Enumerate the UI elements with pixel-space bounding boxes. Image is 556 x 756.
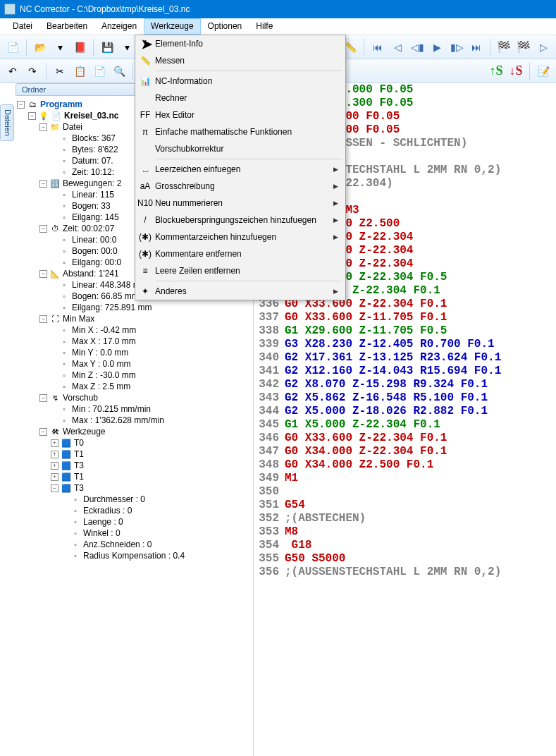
tree-vorschub[interactable]: Vorschub: [63, 392, 98, 403]
code-line[interactable]: 348G0 X34.000 Z2.500 F0.1: [254, 458, 556, 472]
code-line[interactable]: 355G50 S5000: [254, 552, 556, 566]
expand-icon[interactable]: −: [39, 394, 47, 402]
next-button[interactable]: ▮▷: [448, 39, 465, 56]
expand-icon[interactable]: −: [39, 315, 47, 323]
play-button[interactable]: ▶: [428, 39, 445, 56]
code-line[interactable]: 345G1 X5.000 Z-22.304 F0.1: [254, 418, 556, 432]
code-line[interactable]: 356;(AUSSENSTECHSTAHL L 2MM RN 0,2): [254, 566, 556, 579]
fast-forward-button[interactable]: ▷: [535, 39, 552, 56]
tree-root[interactable]: Programm: [40, 99, 82, 110]
menu-hilfe[interactable]: Hilfe: [249, 18, 280, 35]
prev-button[interactable]: ◁: [389, 39, 406, 56]
menu-item[interactable]: πEinfache mathematische Funktionen: [135, 123, 345, 140]
code-text: G2 X17.361 Z-13.125 R23.624 F0.1: [285, 351, 501, 365]
play-back-button[interactable]: ◁▮: [409, 39, 426, 56]
menu-item[interactable]: /Blockueberspringungszeichen hinzufuegen…: [135, 212, 345, 228]
menu-item[interactable]: aAGrosschreibung▶: [135, 178, 345, 195]
open-button[interactable]: 📂: [32, 39, 49, 56]
open-dropdown[interactable]: ▾: [51, 39, 68, 56]
dateien-tab[interactable]: Dateien: [0, 104, 14, 141]
menu-item[interactable]: Rechner: [135, 90, 345, 106]
first-button[interactable]: ⏮: [369, 39, 386, 56]
menu-werkzeuge[interactable]: Werkzeuge: [144, 18, 200, 35]
expand-icon[interactable]: −: [39, 180, 47, 188]
menu-item[interactable]: 📏Messen: [135, 52, 345, 69]
code-line[interactable]: 351G54: [254, 499, 556, 512]
code-line[interactable]: 339G3 X28.230 Z-12.405 R0.700 F0.1: [254, 338, 556, 351]
expand-icon[interactable]: −: [39, 123, 47, 131]
expand-icon[interactable]: −: [17, 101, 25, 109]
tree-item[interactable]: T1: [74, 471, 84, 482]
code-line[interactable]: 354 G18: [254, 539, 556, 552]
save-button[interactable]: 💾: [99, 39, 116, 56]
tree-bewegungen[interactable]: Bewegungen: 2: [63, 178, 121, 189]
code-line[interactable]: 340G2 X17.361 Z-13.125 R23.624 F0.1: [254, 351, 556, 365]
undo-button[interactable]: ↶: [4, 63, 21, 80]
expand-icon[interactable]: −: [28, 112, 36, 120]
cycle-start-red-icon[interactable]: ↓S: [507, 63, 524, 80]
list-icon[interactable]: 📝: [535, 63, 552, 80]
tree-minmax[interactable]: Min Max: [63, 313, 94, 324]
code-line[interactable]: 350: [254, 485, 556, 499]
find-button[interactable]: 🔍: [111, 63, 128, 80]
menu-item[interactable]: ✦Anderes▶: [135, 283, 345, 300]
dot-icon: ◦: [59, 370, 69, 380]
code-line[interactable]: 343G2 X5.862 Z-16.548 R5.100 F0.1: [254, 391, 556, 405]
code-line[interactable]: 337G0 X33.600 Z-11.705 F0.1: [254, 311, 556, 324]
expand-icon[interactable]: +: [51, 451, 58, 458]
flag-end-icon[interactable]: 🏁: [515, 39, 532, 56]
menu-item[interactable]: ⎵Leerzeichen einfuegen▶: [135, 161, 345, 178]
save-dropdown[interactable]: ▾: [118, 39, 135, 56]
code-line[interactable]: 342G2 X8.070 Z-15.298 R9.324 F0.1: [254, 378, 556, 391]
redo-button[interactable]: ↷: [24, 63, 41, 80]
code-line[interactable]: 347G0 X34.000 Z-22.304 F0.1: [254, 445, 556, 458]
copy-button[interactable]: 📋: [71, 63, 88, 80]
tree-werkzeuge[interactable]: Werkzeuge: [63, 426, 105, 437]
last-button[interactable]: ⏭: [468, 39, 485, 56]
code-text: ;(ABSTECHEN): [285, 512, 366, 525]
cycle-start-green-icon[interactable]: ↑S: [488, 63, 505, 80]
tree-item[interactable]: T1: [74, 449, 84, 460]
code-line[interactable]: 341G2 X12.160 Z-14.043 R15.694 F0.1: [254, 365, 556, 378]
tree-item: Max X : 17.0 mm: [72, 336, 136, 347]
tree-file[interactable]: Kreisel_03.nc: [64, 110, 118, 121]
expand-icon[interactable]: −: [39, 225, 47, 233]
flag-start-icon[interactable]: 🏁: [495, 39, 512, 56]
close-button[interactable]: 📕: [71, 39, 88, 56]
code-line[interactable]: 346G0 X33.600 Z-22.304 F0.1: [254, 432, 556, 445]
code-line[interactable]: 352;(ABSTECHEN): [254, 512, 556, 525]
expand-icon[interactable]: +: [51, 462, 58, 470]
menu-anzeigen[interactable]: Anzeigen: [94, 18, 144, 35]
tree-item[interactable]: T0: [74, 437, 84, 449]
menu-bearbeiten[interactable]: Bearbeiten: [39, 18, 94, 35]
menu-optionen[interactable]: Optionen: [201, 18, 249, 35]
menu-item[interactable]: ≡Leere Zeilen entfernen: [135, 262, 345, 279]
menu-item[interactable]: FFHex Editor: [135, 106, 345, 123]
menu-item[interactable]: (✱)Kommentarzeichen hinzufuegen▶: [135, 228, 345, 245]
tree-item[interactable]: T3: [74, 482, 84, 494]
expand-icon[interactable]: +: [51, 473, 58, 481]
paste-button[interactable]: 📄: [91, 63, 108, 80]
menu-item[interactable]: ℹElement-Info: [135, 35, 345, 52]
expand-icon[interactable]: −: [39, 270, 47, 278]
code-line[interactable]: 338G1 X29.600 Z-11.705 F0.5: [254, 324, 556, 338]
code-line[interactable]: 344G2 X5.000 Z-18.026 R2.882 F0.1: [254, 405, 556, 418]
cut-button[interactable]: ✂: [51, 63, 68, 80]
menu-item[interactable]: N10Neu nummerieren▶: [135, 195, 345, 212]
expand-icon[interactable]: −: [39, 428, 47, 436]
tree-abstand[interactable]: Abstand: 1'241: [63, 268, 119, 279]
menu-item[interactable]: (✱)Kommentare entfernen: [135, 245, 345, 262]
menu-item[interactable]: 📊NC-Information: [135, 73, 345, 90]
menu-item-label: Blockueberspringungszeichen hinzufuegen: [155, 215, 333, 225]
code-line[interactable]: 353M8: [254, 525, 556, 539]
code-line[interactable]: 349M1: [254, 472, 556, 485]
bulb-icon: 💡: [39, 111, 49, 121]
menu-datei[interactable]: Datei: [6, 18, 39, 35]
expand-icon[interactable]: +: [51, 439, 58, 447]
expand-icon[interactable]: −: [51, 484, 58, 492]
tree-item[interactable]: T3: [74, 460, 84, 471]
menu-item[interactable]: Vorschubkorrektur: [135, 140, 345, 157]
tree-datei[interactable]: Datei: [63, 121, 82, 133]
tree-zeit[interactable]: Zeit: 00:02:07: [63, 223, 114, 234]
new-file-button[interactable]: 📄: [4, 39, 21, 56]
